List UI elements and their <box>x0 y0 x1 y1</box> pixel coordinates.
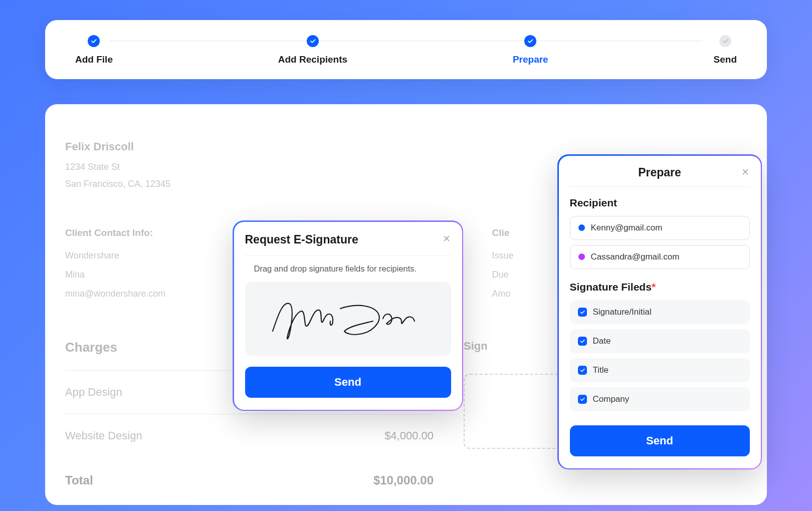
prepare-panel: Prepare Recipient Kenny@gmail.com Cassan… <box>557 154 762 469</box>
recipient-dot-icon <box>578 224 585 231</box>
checkmark-icon <box>524 35 536 47</box>
panel-title: Prepare <box>638 166 681 179</box>
total-row: Total $10,000.00 <box>65 457 434 487</box>
step-label: Add File <box>75 54 113 65</box>
sender-name: Felix Driscoll <box>65 140 727 153</box>
charge-row: Website Design $4,000.00 <box>65 414 434 457</box>
checkbox-icon <box>578 337 587 346</box>
request-signature-dialog: Request E-Signature Drag and drop signat… <box>233 220 463 411</box>
stepper: Add File Add Recipients Prepare Send <box>45 20 767 79</box>
step-add-recipients[interactable]: Add Recipients <box>278 35 347 65</box>
step-label: Prepare <box>513 54 548 65</box>
step-label: Add Recipients <box>278 54 347 65</box>
close-icon[interactable] <box>442 234 451 245</box>
signature-preview[interactable] <box>245 282 451 356</box>
checkmark-icon <box>307 35 319 47</box>
dialog-hint: Drag and drop signature fields for recip… <box>245 264 451 274</box>
step-add-file[interactable]: Add File <box>75 35 113 65</box>
stepper-line <box>110 41 702 41</box>
field-label: Company <box>593 394 630 404</box>
fields-label-text: Signature Fileds <box>570 281 652 293</box>
step-prepare[interactable]: Prepare <box>513 35 548 65</box>
fields-section-label: Signature Fileds* <box>570 281 750 293</box>
recipient-dot-icon <box>578 253 585 260</box>
total-amount: $10,000.00 <box>373 473 434 487</box>
send-button[interactable]: Send <box>570 425 750 456</box>
recipient-item[interactable]: Cassandra@gmail.com <box>570 245 750 269</box>
field-label: Signature/Initial <box>593 307 652 317</box>
field-item-title[interactable]: Title <box>570 358 750 382</box>
step-label: Send <box>714 54 737 65</box>
send-button[interactable]: Send <box>245 367 451 398</box>
checkbox-icon <box>578 366 587 375</box>
dialog-title: Request E-Signature <box>245 233 358 246</box>
checkmark-icon <box>719 35 731 47</box>
recipient-email: Cassandra@gmail.com <box>591 252 680 262</box>
total-label: Total <box>65 473 93 487</box>
checkbox-icon <box>578 308 587 317</box>
checkbox-icon <box>578 395 587 404</box>
field-label: Title <box>593 365 609 375</box>
field-item-date[interactable]: Date <box>570 329 750 353</box>
recipient-email: Kenny@gmail.com <box>591 223 663 233</box>
field-item-company[interactable]: Company <box>570 387 750 411</box>
charge-label: App Design <box>65 386 122 399</box>
recipient-section-label: Recipient <box>570 197 750 209</box>
recipient-item[interactable]: Kenny@gmail.com <box>570 216 750 240</box>
checkmark-icon <box>88 35 100 47</box>
field-item-signature[interactable]: Signature/Initial <box>570 300 750 324</box>
required-asterisk: * <box>652 281 656 293</box>
close-icon[interactable] <box>741 167 750 178</box>
charge-label: Website Design <box>65 429 142 442</box>
field-label: Date <box>593 336 611 346</box>
charge-amount: $4,000.00 <box>384 429 434 442</box>
step-send[interactable]: Send <box>714 35 737 65</box>
